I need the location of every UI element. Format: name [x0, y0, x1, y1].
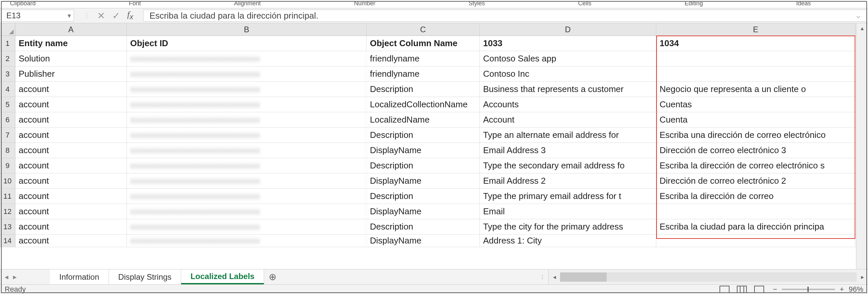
status-right: − + 96%: [719, 285, 863, 294]
view-buttons: [719, 286, 764, 293]
view-page-break-icon[interactable]: [754, 286, 764, 293]
status-bar: Ready − + 96%: [0, 284, 868, 294]
zoom-slider[interactable]: [782, 289, 835, 290]
